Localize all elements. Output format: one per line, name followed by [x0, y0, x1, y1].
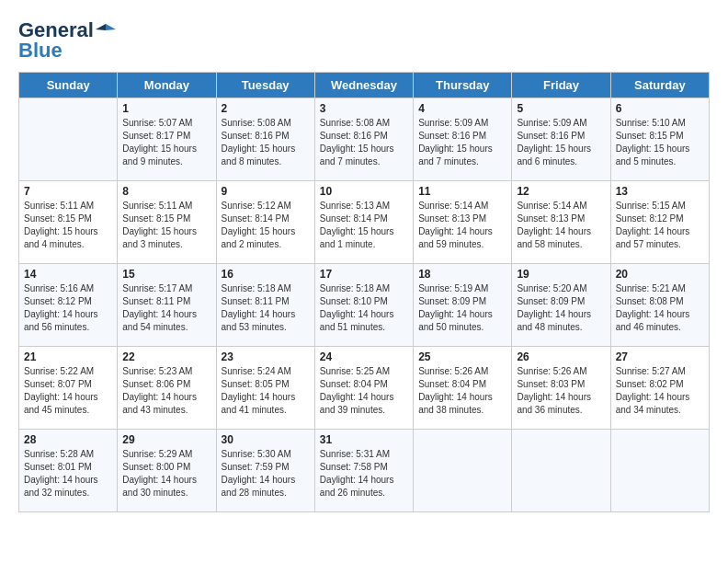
calendar-cell: 16Sunrise: 5:18 AM Sunset: 8:11 PM Dayli…: [216, 264, 314, 347]
day-number: 29: [122, 433, 210, 446]
calendar-cell: [19, 98, 118, 181]
svg-marker-1: [96, 24, 106, 30]
day-number: 1: [122, 102, 210, 115]
calendar-cell: 25Sunrise: 5:26 AM Sunset: 8:04 PM Dayli…: [414, 347, 512, 430]
day-number: 16: [222, 268, 310, 281]
day-number: 22: [122, 350, 210, 363]
day-info: Sunrise: 5:18 AM Sunset: 8:10 PM Dayligh…: [320, 282, 408, 334]
calendar-cell: 20Sunrise: 5:21 AM Sunset: 8:08 PM Dayli…: [610, 264, 709, 347]
calendar-cell: 8Sunrise: 5:11 AM Sunset: 8:15 PM Daylig…: [118, 181, 216, 264]
day-number: 31: [320, 433, 408, 446]
calendar-cell: 18Sunrise: 5:19 AM Sunset: 8:09 PM Dayli…: [414, 264, 512, 347]
day-info: Sunrise: 5:11 AM Sunset: 8:15 PM Dayligh…: [122, 200, 210, 251]
calendar-cell: 19Sunrise: 5:20 AM Sunset: 8:09 PM Dayli…: [512, 264, 610, 347]
logo: General Blue: [18, 18, 116, 63]
day-info: Sunrise: 5:18 AM Sunset: 8:11 PM Dayligh…: [222, 282, 310, 334]
day-number: 7: [24, 185, 112, 198]
day-info: Sunrise: 5:12 AM Sunset: 8:14 PM Dayligh…: [222, 200, 310, 251]
calendar-cell: 31Sunrise: 5:31 AM Sunset: 7:58 PM Dayli…: [314, 430, 413, 512]
day-of-week-header: Monday: [118, 73, 216, 98]
day-number: 20: [616, 268, 704, 281]
day-info: Sunrise: 5:22 AM Sunset: 8:07 PM Dayligh…: [24, 365, 112, 417]
day-number: 27: [616, 350, 704, 363]
day-of-week-header: Sunday: [19, 73, 118, 98]
day-number: 8: [122, 185, 210, 198]
calendar-cell: 21Sunrise: 5:22 AM Sunset: 8:07 PM Dayli…: [19, 347, 118, 430]
day-number: 6: [616, 102, 704, 115]
calendar-cell: 2Sunrise: 5:08 AM Sunset: 8:16 PM Daylig…: [216, 98, 314, 181]
day-info: Sunrise: 5:28 AM Sunset: 8:01 PM Dayligh…: [24, 448, 112, 500]
calendar-cell: 10Sunrise: 5:13 AM Sunset: 8:14 PM Dayli…: [314, 181, 413, 264]
calendar-cell: 30Sunrise: 5:30 AM Sunset: 7:59 PM Dayli…: [216, 430, 314, 512]
calendar-cell: 14Sunrise: 5:16 AM Sunset: 8:12 PM Dayli…: [19, 264, 118, 347]
day-of-week-header: Friday: [512, 73, 610, 98]
calendar-cell: 13Sunrise: 5:15 AM Sunset: 8:12 PM Dayli…: [610, 181, 709, 264]
day-number: 3: [320, 102, 408, 115]
day-info: Sunrise: 5:14 AM Sunset: 8:13 PM Dayligh…: [418, 200, 506, 251]
calendar-cell: 27Sunrise: 5:27 AM Sunset: 8:02 PM Dayli…: [610, 347, 709, 430]
calendar-cell: [610, 430, 709, 512]
calendar-table: SundayMondayTuesdayWednesdayThursdayFrid…: [18, 72, 710, 512]
day-number: 19: [517, 268, 605, 281]
day-info: Sunrise: 5:08 AM Sunset: 8:16 PM Dayligh…: [320, 117, 408, 168]
calendar-cell: 15Sunrise: 5:17 AM Sunset: 8:11 PM Dayli…: [118, 264, 216, 347]
day-info: Sunrise: 5:24 AM Sunset: 8:05 PM Dayligh…: [222, 365, 310, 417]
day-info: Sunrise: 5:25 AM Sunset: 8:04 PM Dayligh…: [320, 365, 408, 417]
calendar-cell: 23Sunrise: 5:24 AM Sunset: 8:05 PM Dayli…: [216, 347, 314, 430]
day-info: Sunrise: 5:11 AM Sunset: 8:15 PM Dayligh…: [24, 200, 112, 251]
day-number: 13: [616, 185, 704, 198]
day-number: 2: [222, 102, 310, 115]
logo-blue: Blue: [18, 39, 63, 63]
calendar-cell: 12Sunrise: 5:14 AM Sunset: 8:13 PM Dayli…: [512, 181, 610, 264]
calendar-cell: 11Sunrise: 5:14 AM Sunset: 8:13 PM Dayli…: [414, 181, 512, 264]
header: General Blue: [18, 18, 710, 63]
day-of-week-header: Saturday: [610, 73, 709, 98]
day-info: Sunrise: 5:15 AM Sunset: 8:12 PM Dayligh…: [616, 200, 704, 251]
day-info: Sunrise: 5:20 AM Sunset: 8:09 PM Dayligh…: [517, 282, 605, 334]
day-info: Sunrise: 5:29 AM Sunset: 8:00 PM Dayligh…: [122, 448, 210, 500]
day-info: Sunrise: 5:08 AM Sunset: 8:16 PM Dayligh…: [222, 117, 310, 168]
day-info: Sunrise: 5:30 AM Sunset: 7:59 PM Dayligh…: [222, 448, 310, 500]
calendar-cell: 4Sunrise: 5:09 AM Sunset: 8:16 PM Daylig…: [414, 98, 512, 181]
calendar-cell: 24Sunrise: 5:25 AM Sunset: 8:04 PM Dayli…: [314, 347, 413, 430]
calendar-cell: 3Sunrise: 5:08 AM Sunset: 8:16 PM Daylig…: [314, 98, 413, 181]
day-number: 21: [24, 350, 112, 363]
day-info: Sunrise: 5:17 AM Sunset: 8:11 PM Dayligh…: [122, 282, 210, 334]
day-number: 23: [222, 350, 310, 363]
calendar-cell: 29Sunrise: 5:29 AM Sunset: 8:00 PM Dayli…: [118, 430, 216, 512]
calendar-cell: 28Sunrise: 5:28 AM Sunset: 8:01 PM Dayli…: [19, 430, 118, 512]
day-number: 11: [418, 185, 506, 198]
calendar-cell: 6Sunrise: 5:10 AM Sunset: 8:15 PM Daylig…: [610, 98, 709, 181]
calendar-cell: [512, 430, 610, 512]
day-number: 4: [418, 102, 506, 115]
day-number: 18: [418, 268, 506, 281]
svg-marker-0: [106, 24, 116, 30]
day-info: Sunrise: 5:09 AM Sunset: 8:16 PM Dayligh…: [418, 117, 506, 168]
day-number: 14: [24, 268, 112, 281]
calendar-cell: 17Sunrise: 5:18 AM Sunset: 8:10 PM Dayli…: [314, 264, 413, 347]
day-info: Sunrise: 5:26 AM Sunset: 8:04 PM Dayligh…: [418, 365, 506, 417]
day-info: Sunrise: 5:19 AM Sunset: 8:09 PM Dayligh…: [418, 282, 506, 334]
day-number: 10: [320, 185, 408, 198]
day-of-week-header: Tuesday: [216, 73, 314, 98]
day-info: Sunrise: 5:07 AM Sunset: 8:17 PM Dayligh…: [122, 117, 210, 168]
day-info: Sunrise: 5:10 AM Sunset: 8:15 PM Dayligh…: [616, 117, 704, 168]
day-info: Sunrise: 5:23 AM Sunset: 8:06 PM Dayligh…: [122, 365, 210, 417]
calendar-cell: 26Sunrise: 5:26 AM Sunset: 8:03 PM Dayli…: [512, 347, 610, 430]
day-number: 17: [320, 268, 408, 281]
day-of-week-header: Thursday: [414, 73, 512, 98]
day-number: 28: [24, 433, 112, 446]
day-info: Sunrise: 5:31 AM Sunset: 7:58 PM Dayligh…: [320, 448, 408, 500]
calendar-cell: 9Sunrise: 5:12 AM Sunset: 8:14 PM Daylig…: [216, 181, 314, 264]
calendar-cell: 22Sunrise: 5:23 AM Sunset: 8:06 PM Dayli…: [118, 347, 216, 430]
day-number: 5: [517, 102, 605, 115]
day-info: Sunrise: 5:27 AM Sunset: 8:02 PM Dayligh…: [616, 365, 704, 417]
calendar-cell: [414, 430, 512, 512]
day-number: 25: [418, 350, 506, 363]
calendar-cell: 5Sunrise: 5:09 AM Sunset: 8:16 PM Daylig…: [512, 98, 610, 181]
day-info: Sunrise: 5:26 AM Sunset: 8:03 PM Dayligh…: [517, 365, 605, 417]
calendar-cell: 7Sunrise: 5:11 AM Sunset: 8:15 PM Daylig…: [19, 181, 118, 264]
day-number: 26: [517, 350, 605, 363]
calendar-cell: 1Sunrise: 5:07 AM Sunset: 8:17 PM Daylig…: [118, 98, 216, 181]
day-number: 24: [320, 350, 408, 363]
